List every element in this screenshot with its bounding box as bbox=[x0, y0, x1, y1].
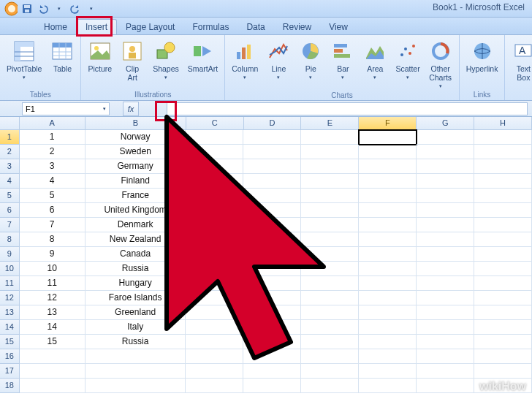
cell-H14[interactable] bbox=[474, 320, 532, 335]
cell-F17[interactable] bbox=[359, 364, 417, 379]
cell-B7[interactable]: Denmark bbox=[86, 218, 186, 232]
cell-C13[interactable] bbox=[186, 305, 243, 320]
table-button[interactable]: Table bbox=[48, 38, 76, 75]
scatter-chart-button[interactable]: Scatter ▾ bbox=[393, 38, 422, 82]
cell-D1[interactable] bbox=[243, 130, 301, 145]
tab-formulas[interactable]: Formulas bbox=[183, 20, 238, 34]
cell-E14[interactable] bbox=[301, 320, 359, 335]
cell-G10[interactable] bbox=[417, 262, 474, 276]
cell-G16[interactable] bbox=[417, 349, 474, 364]
cell-C8[interactable] bbox=[186, 232, 243, 247]
cell-G18[interactable] bbox=[417, 379, 474, 393]
cell-D2[interactable] bbox=[243, 145, 301, 159]
cell-D14[interactable] bbox=[243, 320, 301, 335]
cell-E7[interactable] bbox=[301, 218, 359, 232]
clipart-button[interactable]: Clip Art bbox=[118, 38, 146, 83]
row-header[interactable]: 2 bbox=[0, 145, 20, 159]
cell-E16[interactable] bbox=[301, 349, 359, 364]
cell-H1[interactable] bbox=[474, 130, 532, 145]
cell-D10[interactable] bbox=[243, 262, 301, 276]
row-header[interactable]: 1 bbox=[0, 130, 20, 145]
cell-C4[interactable] bbox=[186, 174, 243, 189]
cell-D3[interactable] bbox=[243, 159, 301, 174]
cell-A16[interactable] bbox=[20, 349, 86, 364]
cell-B8[interactable]: New Zealand bbox=[86, 232, 186, 247]
cell-G7[interactable] bbox=[417, 218, 474, 232]
row-header[interactable]: 5 bbox=[0, 189, 20, 203]
row-header[interactable]: 6 bbox=[0, 203, 20, 218]
cell-G9[interactable] bbox=[417, 247, 474, 262]
insert-function-button[interactable]: fx bbox=[123, 102, 139, 116]
cell-F7[interactable] bbox=[359, 218, 417, 232]
cell-F9[interactable] bbox=[359, 247, 417, 262]
cell-A8[interactable]: 8 bbox=[20, 232, 86, 247]
cell-G6[interactable] bbox=[417, 203, 474, 218]
cell-G11[interactable] bbox=[417, 276, 474, 291]
row-header[interactable]: 14 bbox=[0, 320, 20, 335]
hyperlink-button[interactable]: Hyperlink bbox=[464, 38, 501, 75]
pivottable-button[interactable]: PivotTable ▾ bbox=[4, 38, 44, 82]
cell-F12[interactable] bbox=[359, 291, 417, 305]
cell-D18[interactable] bbox=[243, 379, 301, 393]
cell-C14[interactable] bbox=[186, 320, 243, 335]
cell-C12[interactable] bbox=[186, 291, 243, 305]
cell-B18[interactable] bbox=[86, 379, 186, 393]
cell-F8[interactable] bbox=[359, 232, 417, 247]
cell-C18[interactable] bbox=[186, 379, 243, 393]
shapes-button[interactable]: Shapes ▾ bbox=[151, 38, 181, 82]
cell-G3[interactable] bbox=[417, 159, 474, 174]
row-header[interactable]: 17 bbox=[0, 364, 20, 379]
formula-input[interactable] bbox=[167, 102, 528, 115]
row-header[interactable]: 7 bbox=[0, 218, 20, 232]
cell-A6[interactable]: 6 bbox=[20, 203, 86, 218]
cell-D17[interactable] bbox=[243, 364, 301, 379]
cell-A7[interactable]: 7 bbox=[20, 218, 86, 232]
cell-A12[interactable]: 12 bbox=[20, 291, 86, 305]
cell-H10[interactable] bbox=[474, 262, 532, 276]
cell-H12[interactable] bbox=[474, 291, 532, 305]
column-header-G[interactable]: G bbox=[417, 117, 474, 129]
row-header[interactable]: 8 bbox=[0, 232, 20, 247]
cell-H6[interactable] bbox=[474, 203, 532, 218]
cell-H9[interactable] bbox=[474, 247, 532, 262]
bar-chart-button[interactable]: Bar ▾ bbox=[329, 38, 357, 82]
cell-A1[interactable]: 1 bbox=[20, 130, 86, 145]
cell-E12[interactable] bbox=[301, 291, 359, 305]
row-header[interactable]: 13 bbox=[0, 305, 20, 320]
cell-C15[interactable] bbox=[186, 335, 243, 349]
cell-H5[interactable] bbox=[474, 189, 532, 203]
row-header[interactable]: 15 bbox=[0, 335, 20, 349]
cell-A4[interactable]: 4 bbox=[20, 174, 86, 189]
cell-A17[interactable] bbox=[20, 364, 86, 379]
cell-H11[interactable] bbox=[474, 276, 532, 291]
undo-dropdown-icon[interactable]: ▾ bbox=[53, 2, 66, 15]
column-header-H[interactable]: H bbox=[474, 117, 532, 129]
qat-customize-icon[interactable]: ▾ bbox=[85, 2, 98, 15]
cell-G8[interactable] bbox=[417, 232, 474, 247]
cell-C7[interactable] bbox=[186, 218, 243, 232]
column-header-B[interactable]: B bbox=[86, 117, 186, 129]
cell-D15[interactable] bbox=[243, 335, 301, 349]
cell-B11[interactable]: Hungary bbox=[86, 276, 186, 291]
tab-home[interactable]: Home bbox=[35, 20, 76, 34]
cell-D16[interactable] bbox=[243, 349, 301, 364]
cell-G5[interactable] bbox=[417, 189, 474, 203]
cell-F15[interactable] bbox=[359, 335, 417, 349]
cell-D8[interactable] bbox=[243, 232, 301, 247]
cell-G2[interactable] bbox=[417, 145, 474, 159]
cell-F16[interactable] bbox=[359, 349, 417, 364]
cell-E17[interactable] bbox=[301, 364, 359, 379]
row-header[interactable]: 9 bbox=[0, 247, 20, 262]
cell-G14[interactable] bbox=[417, 320, 474, 335]
cell-D13[interactable] bbox=[243, 305, 301, 320]
cell-B12[interactable]: Faroe Islands bbox=[86, 291, 186, 305]
cell-D7[interactable] bbox=[243, 218, 301, 232]
cell-E10[interactable] bbox=[301, 262, 359, 276]
tab-insert[interactable]: Insert bbox=[76, 19, 117, 34]
cell-A5[interactable]: 5 bbox=[20, 189, 86, 203]
save-icon[interactable] bbox=[20, 2, 34, 15]
cell-B2[interactable]: Sweden bbox=[86, 145, 186, 159]
line-chart-button[interactable]: Line ▾ bbox=[265, 38, 292, 82]
tab-data[interactable]: Data bbox=[238, 20, 273, 34]
cell-D6[interactable] bbox=[243, 203, 301, 218]
